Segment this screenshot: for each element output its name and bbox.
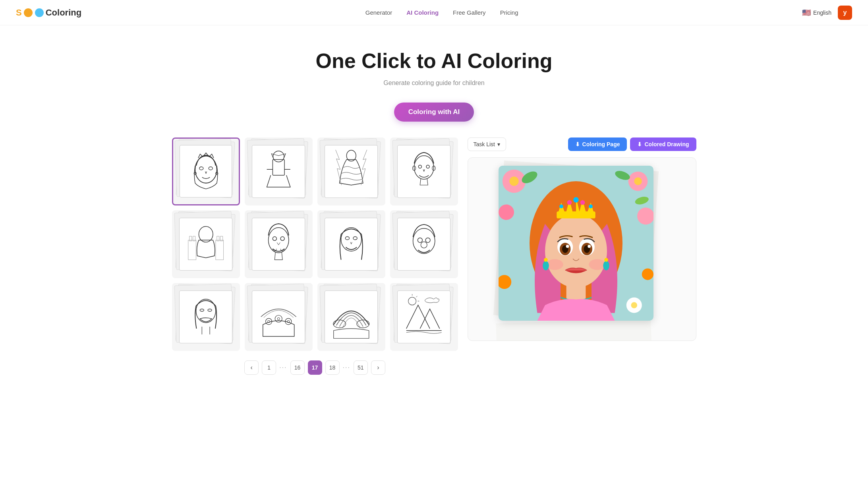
svg-rect-16 [188, 240, 196, 259]
panel-actions: ⬇ Coloring Page ⬇ Colored Drawing [568, 137, 696, 151]
image-card-3[interactable] [317, 137, 385, 205]
download-icon-drawing: ⬇ [637, 141, 642, 147]
svg-point-24 [280, 237, 284, 241]
image-card-5[interactable] [172, 210, 240, 278]
page-prev[interactable]: ‹ [244, 360, 259, 375]
task-list-button[interactable]: Task List ▾ [468, 137, 506, 151]
nav-right: 🇺🇸 English y [802, 6, 852, 20]
page-next[interactable]: › [371, 360, 385, 375]
svg-point-49 [509, 176, 518, 186]
svg-point-72 [566, 245, 569, 248]
svg-point-38 [277, 318, 280, 320]
drawing-svg-10 [255, 293, 302, 340]
image-card-11[interactable] [317, 283, 385, 351]
logo-circle-orange [24, 8, 33, 17]
svg-point-23 [273, 237, 276, 241]
svg-point-6 [273, 151, 284, 162]
svg-point-12 [426, 165, 429, 168]
page-1[interactable]: 1 [262, 360, 276, 375]
svg-point-87 [603, 261, 609, 270]
image-card-2[interactable] [245, 137, 313, 205]
svg-point-52 [499, 204, 514, 220]
featured-image-container [468, 157, 696, 341]
drawing-svg-7 [328, 221, 375, 267]
image-grid [172, 137, 458, 351]
svg-point-53 [637, 207, 653, 225]
svg-line-45 [416, 296, 417, 297]
image-card-6[interactable] [245, 210, 313, 278]
language-button[interactable]: 🇺🇸 English [802, 8, 831, 17]
drawing-svg-6 [255, 221, 302, 267]
image-grid-section: ‹ 1 ··· 16 17 18 ··· 51 › [172, 137, 458, 375]
image-card-12[interactable] [390, 283, 458, 351]
svg-point-27 [353, 237, 357, 240]
image-card-8[interactable] [390, 210, 458, 278]
coloring-page-label: Coloring Page [582, 141, 620, 147]
svg-rect-19 [216, 240, 224, 259]
nav-free-gallery[interactable]: Free Gallery [453, 9, 486, 16]
svg-point-86 [544, 258, 548, 262]
featured-stack [499, 166, 665, 333]
drawing-svg-4 [400, 148, 447, 195]
drawing-svg-8 [400, 221, 447, 267]
page-16[interactable]: 16 [290, 360, 305, 375]
svg-point-15 [199, 227, 213, 242]
svg-point-63 [545, 214, 607, 288]
image-card-1[interactable] [172, 137, 240, 205]
svg-point-22 [268, 228, 288, 253]
svg-point-88 [604, 258, 608, 262]
colored-drawing-button[interactable]: ⬇ Colored Drawing [630, 137, 696, 151]
nav-links: Generator AI Coloring Free Gallery Prici… [365, 9, 518, 16]
hero-section: One Click to AI Coloring Generate colori… [0, 25, 868, 137]
nav-pricing[interactable]: Pricing [500, 9, 518, 16]
page-17[interactable]: 17 [308, 360, 322, 375]
logo-circle-blue [35, 8, 44, 17]
featured-main-image [499, 166, 653, 321]
image-card-7[interactable] [317, 210, 385, 278]
svg-point-2 [209, 167, 213, 170]
image-card-9[interactable] [172, 283, 240, 351]
pagination: ‹ 1 ··· 16 17 18 ··· 51 › [172, 360, 458, 375]
page-18[interactable]: 18 [325, 360, 340, 375]
hero-title: One Click to AI Coloring [8, 49, 860, 73]
nav-generator[interactable]: Generator [365, 9, 392, 16]
svg-point-37 [275, 315, 282, 322]
featured-bg-card-2 [496, 318, 656, 341]
svg-point-60 [631, 302, 637, 308]
drawing-svg-11 [328, 293, 375, 340]
drawing-svg-3 [328, 148, 375, 195]
svg-point-58 [642, 268, 653, 280]
hero-subtitle: Generate coloring guide for children [8, 79, 860, 87]
drawing-svg-1 [183, 148, 229, 195]
logo[interactable]: S Coloring [16, 8, 81, 18]
coloring-page-button[interactable]: ⬇ Coloring Page [568, 137, 627, 151]
svg-point-80 [559, 204, 563, 208]
svg-point-82 [573, 197, 579, 203]
drawing-svg-9 [182, 293, 229, 340]
chevron-down-icon: ▾ [497, 141, 500, 147]
download-icon-coloring: ⬇ [575, 141, 580, 147]
page-dots-1: ··· [279, 364, 287, 371]
drawing-svg-12 [400, 293, 447, 340]
logo-text: Coloring [46, 8, 81, 18]
svg-point-81 [567, 200, 572, 205]
svg-point-33 [200, 309, 204, 312]
cta-button[interactable]: Coloring with AI [394, 103, 474, 122]
page-dots-2: ··· [343, 364, 350, 371]
svg-point-31 [421, 242, 427, 248]
navbar: S Coloring Generator AI Coloring Free Ga… [0, 0, 868, 25]
image-card-4[interactable] [390, 137, 458, 205]
user-avatar[interactable]: y [838, 6, 852, 20]
nav-ai-coloring[interactable]: AI Coloring [406, 9, 439, 16]
svg-point-30 [425, 238, 430, 242]
svg-point-34 [208, 309, 212, 312]
svg-point-73 [588, 245, 591, 248]
task-list-label: Task List [474, 141, 495, 147]
svg-point-51 [634, 177, 642, 185]
svg-point-84 [589, 204, 593, 208]
page-51[interactable]: 51 [354, 360, 368, 375]
image-card-10[interactable] [245, 283, 313, 351]
drawing-svg-2 [255, 148, 302, 195]
svg-point-83 [580, 200, 585, 205]
svg-point-1 [199, 167, 203, 170]
